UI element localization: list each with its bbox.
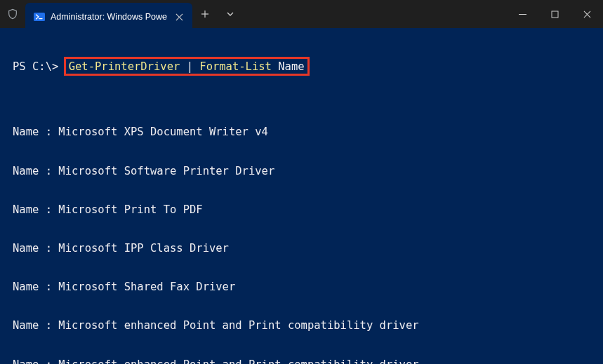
terminal-window: Administrator: Windows Powe — [0, 0, 603, 364]
output-value: Microsoft Shared Fax Driver — [58, 281, 235, 293]
maximize-button[interactable] — [538, 0, 571, 28]
cmdlet-get-printerdriver: Get-PrinterDriver — [69, 60, 180, 73]
prompt-line-1: PS C:\> Get-PrinterDriver | Format-List … — [13, 57, 590, 76]
svg-rect-0 — [34, 13, 45, 21]
highlight-box-1: Get-PrinterDriver | Format-List Name — [64, 57, 310, 76]
output-value: Microsoft XPS Document Writer v4 — [58, 126, 268, 138]
minimize-button[interactable] — [506, 0, 538, 28]
output-value: Microsoft enhanced Point and Print compa… — [58, 358, 418, 365]
tab-title: Administrator: Windows Powe — [51, 12, 167, 22]
window-controls — [506, 0, 603, 28]
titlebar-drag-area[interactable] — [243, 0, 506, 28]
titlebar: Administrator: Windows Powe — [0, 0, 603, 28]
terminal-body[interactable]: PS C:\> Get-PrinterDriver | Format-List … — [0, 28, 603, 364]
output-value: Microsoft IPP Class Driver — [58, 242, 229, 255]
output-row: Name : Microsoft enhanced Point and Prin… — [13, 319, 590, 332]
output-label: Name : — [13, 319, 58, 332]
titlebar-left: Administrator: Windows Powe — [0, 0, 243, 28]
output-label: Name : — [13, 203, 58, 216]
output-label: Name : — [13, 126, 58, 138]
output-value: Microsoft Software Printer Driver — [58, 165, 274, 177]
shield-icon — [0, 0, 25, 28]
powershell-icon — [34, 11, 45, 22]
driver-list-output: Name : Microsoft XPS Document Writer v4 … — [13, 113, 590, 364]
output-row: Name : Microsoft enhanced Point and Prin… — [13, 358, 590, 365]
output-label: Name : — [13, 281, 58, 293]
output-value: Microsoft Print To PDF — [58, 203, 202, 216]
output-row: Name : Microsoft IPP Class Driver — [13, 242, 590, 255]
new-tab-button[interactable] — [192, 0, 218, 28]
output-row: Name : Microsoft Print To PDF — [13, 203, 590, 217]
output-row: Name : Microsoft Software Printer Driver — [13, 165, 590, 178]
output-row: Name : Microsoft XPS Document Writer v4 — [13, 126, 590, 139]
output-value: Microsoft enhanced Point and Print compa… — [58, 319, 418, 332]
output-label: Name : — [13, 242, 58, 255]
cmdlet-format-list: Format-List — [199, 60, 272, 73]
tab-dropdown-button[interactable] — [218, 0, 243, 28]
tab-close-button[interactable] — [173, 11, 185, 23]
svg-rect-7 — [552, 11, 558, 18]
pipe-operator: | — [180, 60, 199, 73]
output-row: Name : Microsoft Shared Fax Driver — [13, 281, 590, 294]
output-label: Name : — [13, 165, 58, 177]
cmd-argument-name: Name — [272, 60, 305, 73]
tab-powershell[interactable]: Administrator: Windows Powe — [25, 3, 192, 31]
close-button[interactable] — [571, 0, 603, 28]
output-label: Name : — [13, 358, 58, 365]
ps-prompt: PS C:\> — [13, 60, 65, 73]
